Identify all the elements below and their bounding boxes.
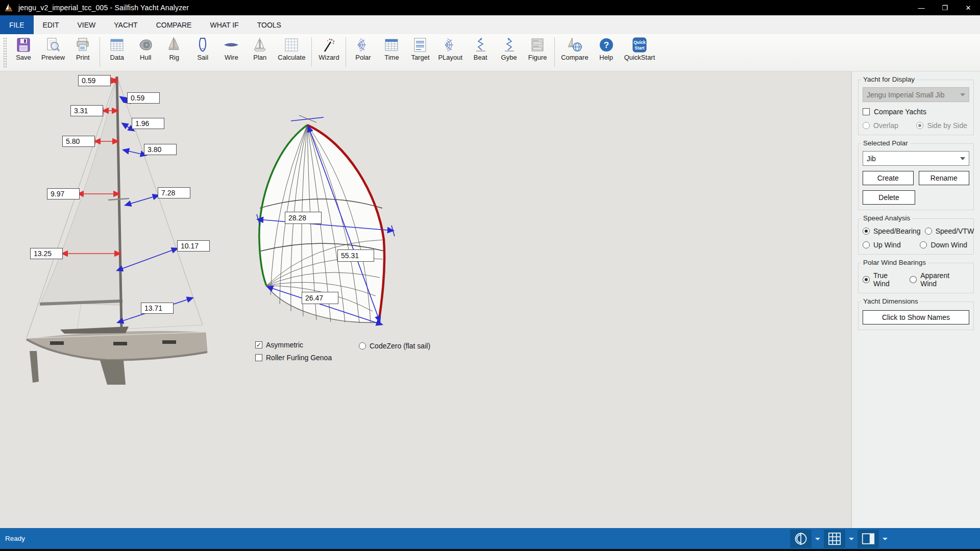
roller-furling-checkbox[interactable] bbox=[255, 354, 262, 361]
calculate-button[interactable]: Calculate bbox=[274, 34, 309, 61]
bottom-edge-strip bbox=[0, 549, 980, 551]
down-wind-radio[interactable] bbox=[920, 241, 927, 248]
overlap-radio[interactable] bbox=[863, 122, 870, 129]
compare-yachts-checkbox[interactable] bbox=[863, 108, 870, 115]
target-list-icon bbox=[412, 37, 428, 53]
rig-sailboat-icon bbox=[166, 37, 182, 53]
create-button[interactable]: Create bbox=[863, 171, 914, 185]
time-button[interactable]: Time bbox=[377, 34, 406, 61]
menu-file[interactable]: FILE bbox=[0, 15, 34, 34]
grid-icon bbox=[827, 532, 842, 546]
roller-furling-label: Roller Furling Genoa bbox=[266, 354, 332, 362]
split-view-toggle[interactable] bbox=[857, 530, 879, 548]
codezero-option[interactable]: CodeZero (flat sail) bbox=[359, 342, 430, 350]
yacht-select[interactable]: Jengu Imperial Small Jib bbox=[863, 87, 969, 102]
menu-edit[interactable]: EDIT bbox=[34, 15, 68, 34]
speed-analysis-group: Speed Analysis Speed/Bearing Speed/VTW U… bbox=[858, 218, 974, 255]
roller-furling-option[interactable]: Roller Furling Genoa bbox=[255, 354, 332, 362]
menu-bar: FILE EDIT VIEW YACHT COMPARE WHAT IF TOO… bbox=[0, 15, 980, 34]
dimension-label-red: 9.97 bbox=[47, 188, 80, 199]
sail-button[interactable]: Sail bbox=[188, 34, 217, 61]
minimize-button[interactable]: — bbox=[910, 0, 933, 15]
true-wind-radio[interactable] bbox=[863, 276, 870, 283]
svg-text:Start: Start bbox=[634, 45, 645, 51]
polar-display-dropdown-arrow[interactable] bbox=[815, 538, 820, 540]
up-wind-radio[interactable] bbox=[863, 241, 870, 248]
compare-globe-icon bbox=[567, 37, 583, 53]
up-wind-option[interactable]: Up Wind bbox=[863, 241, 901, 249]
hull-button[interactable]: Hull bbox=[131, 34, 160, 61]
rename-button[interactable]: Rename bbox=[919, 171, 970, 185]
data-button[interactable]: Data bbox=[103, 34, 131, 61]
dimension-label-sail: 28.28 bbox=[285, 212, 322, 224]
down-wind-option[interactable]: Down Wind bbox=[920, 241, 967, 249]
toolbar-separator bbox=[100, 37, 100, 67]
menu-yacht[interactable]: YACHT bbox=[105, 15, 146, 34]
apparent-wind-radio[interactable] bbox=[910, 276, 917, 283]
polar-display-icon bbox=[794, 532, 808, 546]
menu-view[interactable]: VIEW bbox=[68, 15, 105, 34]
dimension-label-blue: 1.96 bbox=[132, 118, 164, 129]
dimension-label-sail: 55.31 bbox=[337, 249, 374, 262]
print-button[interactable]: Print bbox=[68, 34, 97, 61]
apparent-wind-option[interactable]: Apparent Wind bbox=[910, 271, 967, 288]
overlap-option[interactable]: Overlap bbox=[863, 121, 898, 130]
polar-chart-icon bbox=[355, 37, 371, 53]
gybe-button[interactable]: Gybe bbox=[495, 34, 523, 61]
yacht-for-display-title: Yacht for Display bbox=[861, 76, 917, 83]
figure-dialog-icon bbox=[529, 37, 546, 53]
dimension-label-red: 3.31 bbox=[70, 105, 103, 116]
menu-what-if[interactable]: WHAT IF bbox=[201, 15, 248, 34]
grid-display-dropdown-arrow[interactable] bbox=[849, 538, 854, 540]
compare-button[interactable]: Compare bbox=[557, 34, 592, 61]
side-by-side-radio[interactable] bbox=[916, 122, 923, 129]
yacht-dimensions-group: Yacht Dimensions Click to Show Names bbox=[858, 302, 974, 330]
toolbar-gripper[interactable] bbox=[3, 37, 7, 68]
asymmetric-label: Asymmetric bbox=[266, 341, 303, 349]
yacht-profile bbox=[27, 77, 207, 385]
true-wind-option[interactable]: True Wind bbox=[863, 271, 905, 288]
delete-button[interactable]: Delete bbox=[863, 190, 915, 205]
polar-button[interactable]: Polar bbox=[349, 34, 377, 61]
target-button[interactable]: Target bbox=[406, 34, 434, 61]
dimension-label-red: 13.25 bbox=[30, 248, 63, 259]
menu-compare[interactable]: COMPARE bbox=[147, 15, 201, 34]
dimension-label-sail: 26.47 bbox=[302, 292, 338, 304]
close-button[interactable]: ✕ bbox=[957, 0, 980, 15]
menu-tools[interactable]: TOOLS bbox=[248, 15, 290, 34]
beat-button[interactable]: Beat bbox=[466, 34, 495, 61]
playout-button[interactable]: PLayout bbox=[434, 34, 466, 61]
save-button[interactable]: Save bbox=[9, 34, 38, 61]
polar-display-toggle[interactable] bbox=[790, 530, 812, 548]
codezero-radio[interactable] bbox=[359, 342, 366, 349]
maximize-button[interactable]: ❐ bbox=[933, 0, 957, 15]
wizard-button[interactable]: Wizard bbox=[314, 34, 343, 61]
show-names-button[interactable]: Click to Show Names bbox=[863, 310, 969, 324]
speed-bearing-radio[interactable] bbox=[863, 228, 870, 235]
dimension-label-blue: 0.59 bbox=[127, 92, 160, 104]
polar-wind-bearings-title: Polar Wind Bearings bbox=[861, 259, 928, 266]
asymmetric-option[interactable]: ✓ Asymmetric bbox=[255, 341, 303, 349]
speed-vtw-radio[interactable] bbox=[925, 228, 932, 235]
help-button[interactable]: ? Help bbox=[592, 34, 621, 61]
toolbar-separator bbox=[311, 37, 312, 67]
speed-vtw-option[interactable]: Speed/VTW bbox=[925, 227, 974, 235]
grid-display-toggle[interactable] bbox=[824, 530, 845, 548]
rig-button[interactable]: Rig bbox=[160, 34, 188, 61]
polar-select[interactable]: Jib bbox=[863, 151, 969, 166]
polar-select-value: Jib bbox=[867, 155, 876, 163]
chevron-down-icon bbox=[960, 93, 965, 96]
speed-bearing-option[interactable]: Speed/Bearing bbox=[863, 227, 921, 235]
split-view-dropdown-arrow[interactable] bbox=[883, 538, 888, 540]
plan-drawing-icon bbox=[252, 37, 268, 53]
wire-button[interactable]: Wire bbox=[217, 34, 246, 61]
figure-button[interactable]: Figure bbox=[523, 34, 552, 61]
side-by-side-option[interactable]: Side by Side bbox=[916, 121, 967, 130]
preview-button[interactable]: Preview bbox=[38, 34, 68, 61]
dimension-label-blue: 7.28 bbox=[158, 187, 190, 198]
plan-button[interactable]: Plan bbox=[246, 34, 274, 61]
asymmetric-checkbox[interactable]: ✓ bbox=[255, 341, 262, 348]
quickstart-button[interactable]: Quick Start QuickStart bbox=[621, 34, 659, 61]
compare-yachts-option[interactable]: Compare Yachts bbox=[863, 108, 969, 116]
toolbar-separator bbox=[554, 37, 555, 67]
